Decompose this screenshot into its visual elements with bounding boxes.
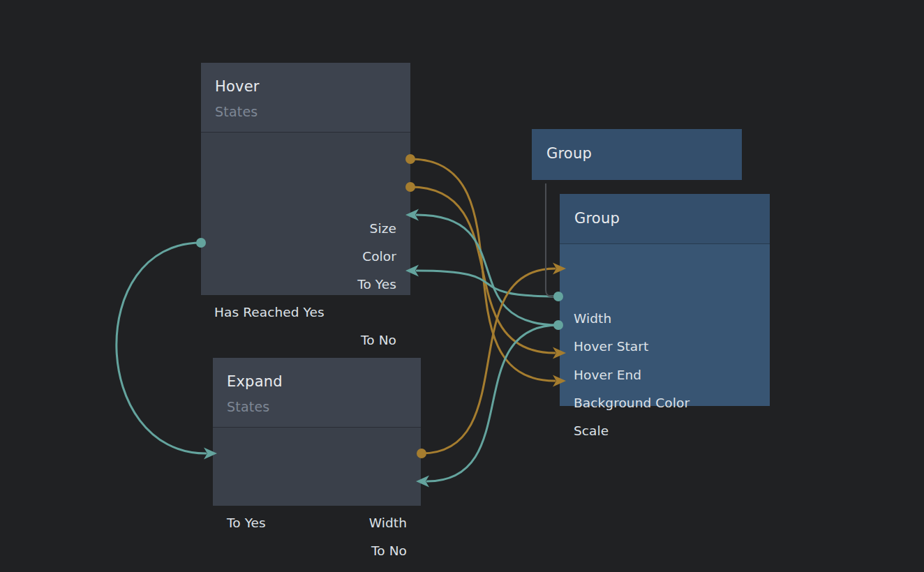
wire-group.hover_end-expand.to_no[interactable] [427,325,558,481]
port-group-background-color[interactable]: Background Color [574,394,690,412]
wire-hover.color-group.background_color[interactable] [410,187,555,353]
node-group-parent-title: Group [546,144,592,163]
link-group_parent.out-group.hover_start[interactable] [546,183,556,296]
port-hover-to-yes[interactable]: To Yes [357,276,396,294]
node-hover-body: Size Color To Yes Has Reached Yes To No [201,133,410,295]
port-hover-color[interactable]: Color [362,248,396,266]
node-hover-states[interactable]: Hover States Size Color To Yes Has Reach… [201,63,410,295]
port-group-scale[interactable]: Scale [574,422,609,440]
node-group-title: Group [574,209,620,228]
wire-layer [0,0,924,572]
node-group-header[interactable]: Group [560,194,770,244]
node-expand-body: To Yes Width To No [213,428,421,506]
node-expand-title: Expand [227,372,283,391]
port-hover-has-reached-yes[interactable]: Has Reached Yes [214,303,325,322]
port-group-hover-start[interactable]: Hover Start [574,338,648,356]
wire-hover.has_reached_yes-expand.to_yes[interactable] [117,243,206,453]
wire-hover.size-group.scale[interactable] [410,159,555,381]
node-editor-canvas[interactable]: Hover States Size Color To Yes Has Reach… [0,0,924,572]
wire-group.hover_start-hover.to_no[interactable] [417,271,558,296]
node-hover-header[interactable]: Hover States [201,63,410,133]
wire-expand.width-group.width[interactable] [422,269,555,453]
node-hover-title: Hover [215,77,260,96]
port-hover-to-no[interactable]: To No [361,331,396,349]
node-group[interactable]: Group Width Hover Start Hover End Backgr… [560,194,770,406]
port-hover-size[interactable]: Size [370,220,396,238]
node-expand-states[interactable]: Expand States To Yes Width To No [213,358,421,506]
port-expand-to-yes[interactable]: To Yes [227,514,266,532]
wire-group.hover_end-hover.to_yes[interactable] [417,215,558,325]
port-expand-width[interactable]: Width [369,514,407,532]
port-expand-to-no[interactable]: To No [371,542,407,560]
node-expand-subtitle: States [227,397,269,416]
port-group-hover-end[interactable]: Hover End [574,366,641,384]
port-group-width[interactable]: Width [574,310,611,328]
node-group-body: Width Hover Start Hover End Background C… [560,244,770,406]
node-group-parent[interactable]: Group [532,129,742,180]
node-hover-subtitle: States [215,102,258,121]
node-expand-header[interactable]: Expand States [213,358,421,428]
